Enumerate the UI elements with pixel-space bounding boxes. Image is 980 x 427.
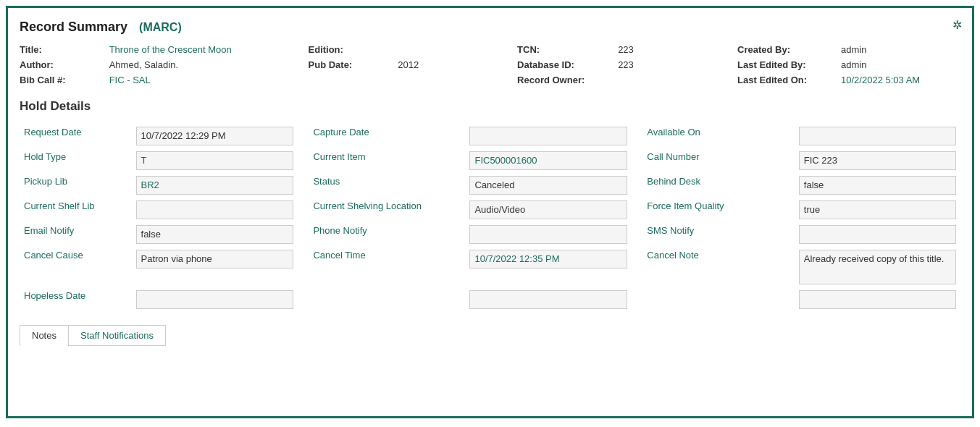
current-shelf-lib-label: Current Shelf Lib	[20, 198, 132, 222]
hold-row-7: Hopeless Date	[20, 287, 960, 312]
meta-row-3: Bib Call #: FIC - SAL Record Owner: Last…	[20, 72, 960, 88]
last-edited-on-value: 10/2/2022 5:03 AM	[841, 72, 960, 88]
record-summary-title: Record Summary	[20, 20, 127, 35]
current-shelving-location-input: Audio/Video	[469, 200, 627, 219]
page-wrapper: ✲ Record Summary (MARC) Title: Throne of…	[6, 6, 974, 418]
call-number-input: FIC 223	[799, 151, 956, 170]
title-label: Title:	[20, 42, 109, 57]
last-edited-on-label: Last Edited On:	[737, 72, 841, 88]
edition-value	[398, 42, 517, 57]
hold-details-title: Hold Details	[20, 99, 960, 114]
hold-row-4: Current Shelf Lib Current Shelving Locat…	[20, 198, 960, 222]
email-notify-label: Email Notify	[20, 222, 132, 247]
hold-type-label: Hold Type	[20, 148, 132, 173]
capture-date-value	[465, 124, 631, 148]
behind-desk-label: Behind Desk	[642, 173, 795, 198]
sms-notify-input	[799, 225, 956, 244]
record-summary-header: Record Summary (MARC)	[20, 20, 960, 35]
available-on-value	[795, 124, 960, 148]
database-id-label: Database ID:	[517, 57, 618, 72]
record-owner-value	[618, 72, 737, 88]
request-date-label: Request Date	[20, 124, 132, 148]
hopeless-date-input3	[799, 290, 956, 309]
hopeless-date-value	[132, 287, 298, 312]
hold-row-3: Pickup Lib BR2 Status Canceled Behind De…	[20, 173, 960, 198]
current-item-value: FIC500001600	[465, 148, 631, 173]
cancel-note-value: Already received copy of this title.	[795, 247, 960, 287]
cancel-time-value: 10/7/2022 12:35 PM	[465, 247, 631, 287]
hopeless-date-label: Hopeless Date	[20, 287, 132, 312]
phone-notify-input	[469, 225, 627, 244]
capture-date-input	[469, 127, 627, 145]
phone-notify-label: Phone Notify	[309, 222, 465, 247]
pub-date-label: Pub Date:	[309, 57, 398, 72]
record-owner-label: Record Owner:	[517, 72, 618, 88]
email-notify-input: false	[136, 225, 293, 244]
sms-notify-value	[795, 222, 960, 247]
meta-row-2: Author: Ahmed, Saladin. Pub Date: 2012 D…	[20, 57, 960, 72]
behind-desk-input: false	[799, 176, 956, 195]
capture-date-label: Capture Date	[309, 124, 465, 148]
cancel-cause-input: Patron via phone	[136, 250, 293, 269]
meta-row-1: Title: Throne of the Crescent Moon Editi…	[20, 42, 960, 57]
cancel-note-label: Cancel Note	[642, 247, 795, 287]
cancel-time-input: 10/7/2022 12:35 PM	[469, 250, 627, 269]
hold-row-2: Hold Type T Current Item FIC500001600 Ca…	[20, 148, 960, 173]
hold-row-1: Request Date 10/7/2022 12:29 PM Capture …	[20, 124, 960, 148]
status-input: Canceled	[469, 176, 627, 195]
hold-row-5: Email Notify false Phone Notify SMS Noti…	[20, 222, 960, 247]
tabs-row: Notes Staff Notifications	[20, 325, 960, 346]
status-value: Canceled	[465, 173, 631, 198]
tab-notes[interactable]: Notes	[20, 325, 69, 346]
created-by-value: admin	[841, 42, 960, 57]
pub-date-value: 2012	[398, 57, 517, 72]
available-on-label: Available On	[642, 124, 795, 148]
cancel-note-input: Already received copy of this title.	[799, 250, 956, 284]
created-by-label: Created By:	[737, 42, 841, 57]
force-item-quality-input: true	[799, 200, 956, 219]
tabs-container: Notes Staff Notifications	[20, 325, 960, 346]
metadata-table: Title: Throne of the Crescent Moon Editi…	[20, 42, 960, 88]
request-date-input: 10/7/2022 12:29 PM	[136, 127, 293, 145]
database-id-value: 223	[618, 57, 737, 72]
cancel-cause-value: Patron via phone	[132, 247, 298, 287]
behind-desk-value: false	[795, 173, 960, 198]
tab-staff-notifications[interactable]: Staff Notifications	[68, 325, 166, 346]
current-item-label: Current Item	[309, 148, 465, 173]
phone-notify-value	[465, 222, 631, 247]
status-label: Status	[309, 173, 465, 198]
hold-details-grid: Request Date 10/7/2022 12:29 PM Capture …	[20, 124, 960, 312]
hopeless-date-extra1	[465, 287, 631, 312]
sms-notify-label: SMS Notify	[642, 222, 795, 247]
pin-icon[interactable]: ✲	[952, 18, 962, 32]
cancel-cause-label: Cancel Cause	[20, 247, 132, 287]
available-on-input	[799, 127, 956, 145]
title-value[interactable]: Throne of the Crescent Moon	[109, 42, 309, 57]
pickup-lib-input: BR2	[136, 176, 293, 195]
edition-label: Edition:	[309, 42, 398, 57]
hopeless-date-extra2	[795, 287, 960, 312]
hopeless-date-input	[136, 290, 293, 309]
hold-type-input: T	[136, 151, 293, 170]
cancel-time-label: Cancel Time	[309, 247, 465, 287]
email-notify-value: false	[132, 222, 298, 247]
current-shelf-lib-input	[136, 200, 293, 219]
force-item-quality-value: true	[795, 198, 960, 222]
bib-call-value[interactable]: FIC - SAL	[109, 72, 309, 88]
hold-type-value: T	[132, 148, 298, 173]
call-number-label: Call Number	[642, 148, 795, 173]
request-date-value: 10/7/2022 12:29 PM	[132, 124, 298, 148]
hopeless-date-input2	[469, 290, 627, 309]
hold-row-6: Cancel Cause Patron via phone Cancel Tim…	[20, 247, 960, 287]
bib-call-label: Bib Call #:	[20, 72, 109, 88]
last-edited-by-label: Last Edited By:	[737, 57, 841, 72]
call-number-value: FIC 223	[795, 148, 960, 173]
last-edited-by-value: admin	[841, 57, 960, 72]
force-item-quality-label: Force Item Quality	[642, 198, 795, 222]
tcn-label: TCN:	[517, 42, 618, 57]
author-value: Ahmed, Saladin.	[109, 57, 309, 72]
marc-link[interactable]: (MARC)	[139, 21, 182, 34]
pickup-lib-value: BR2	[132, 173, 298, 198]
current-shelving-location-label: Current Shelving Location	[309, 198, 465, 222]
current-item-input[interactable]: FIC500001600	[469, 151, 627, 170]
